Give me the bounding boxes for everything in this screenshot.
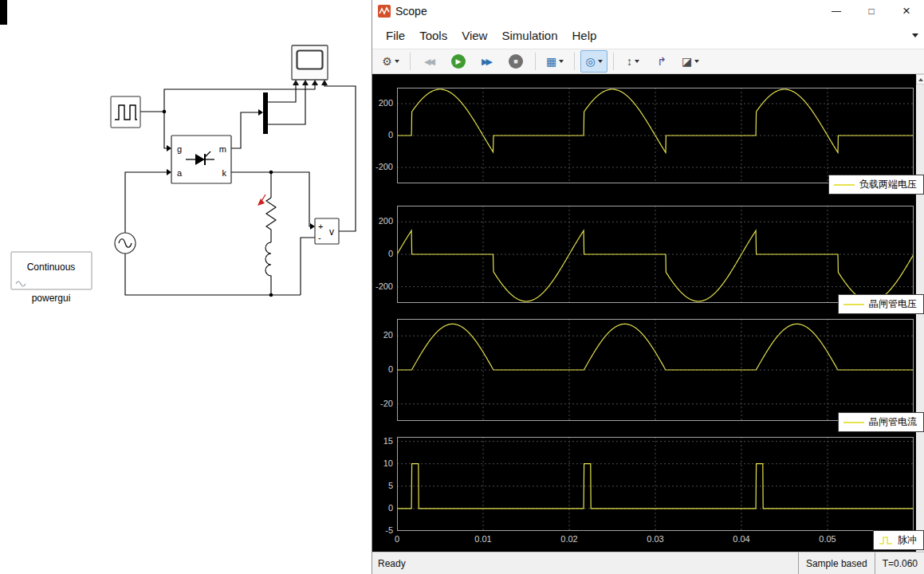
maximize-button[interactable]: □ [854, 0, 889, 22]
wire-vout-to-scope[interactable] [324, 85, 356, 231]
stop-icon: ■ [509, 54, 523, 69]
legend-3[interactable]: 晶闸管电流 [838, 412, 924, 432]
toolbar-separator [410, 53, 411, 70]
simulink-model-canvas[interactable]: g m a k [0, 0, 372, 574]
run-button[interactable]: ▶ [445, 50, 472, 73]
menu-bar: File Tools View Simulation Help [372, 22, 924, 49]
scope-input-ports [293, 80, 328, 85]
trigger-button[interactable]: ◎ [580, 50, 607, 73]
style-button[interactable]: ◪ [677, 50, 704, 73]
wire-m-to-demux[interactable] [231, 112, 258, 148]
status-bar: Ready Sample based T=0.060 [372, 552, 924, 574]
dropdown-caret-icon [395, 60, 399, 63]
stepping-options-button[interactable]: ▦ [541, 50, 568, 73]
legend-line-sample [843, 304, 864, 305]
legend-line-sample [834, 184, 855, 186]
style-swatch-icon: ◪ [682, 56, 692, 67]
measure-arrow-icon: ↱ [657, 56, 666, 67]
play-icon: ▶ [451, 54, 466, 69]
x-tick-label: 0.02 [552, 534, 587, 544]
y-tick-label: 200 [372, 216, 393, 226]
close-button[interactable]: × [889, 0, 924, 22]
signal-wires[interactable] [125, 85, 356, 295]
y-tick-label: 0 [372, 503, 393, 513]
vm-minus-label: - [318, 233, 321, 242]
y-tick-label: 20 [372, 330, 393, 340]
stop-button[interactable]: ■ [502, 50, 529, 73]
stepping-grid-icon: ▦ [546, 56, 556, 67]
measurements-button[interactable]: ↱ [648, 50, 675, 73]
scope-axes-3[interactable] [397, 319, 914, 421]
current-direction-arrowhead-icon [258, 199, 265, 206]
scope-axes-2[interactable] [397, 206, 914, 303]
thyristor-port-label-k: k [222, 168, 227, 178]
settings-button[interactable]: ⚙ [377, 50, 404, 73]
wire-vminus[interactable] [301, 238, 315, 295]
y-tick-label: 10 [372, 458, 393, 468]
legend-4[interactable]: 脉冲 [873, 530, 924, 550]
x-tick-label: 0.03 [638, 534, 673, 544]
toolbar-separator [574, 53, 575, 70]
scroll-up-button[interactable] [916, 74, 924, 85]
x-tick-label: 0.05 [810, 534, 845, 544]
titlebar[interactable]: Scope — □ × [372, 0, 924, 22]
y-tick-label: 0 [372, 130, 393, 140]
thyristor-block[interactable]: g m a k [171, 136, 231, 183]
status-sim-time: T=0.060 [875, 552, 924, 574]
menu-file[interactable]: File [379, 26, 412, 45]
scope-block[interactable] [292, 45, 328, 85]
window-controls: — □ × [819, 0, 924, 22]
pulse-generator-block[interactable] [111, 96, 140, 128]
powergui-block[interactable]: Continuous powergui [11, 252, 92, 304]
span-button[interactable]: ↕ [619, 50, 647, 73]
wire-demux-out2[interactable] [268, 85, 305, 124]
ac-voltage-source-block[interactable] [115, 233, 136, 254]
wire-source-to-anode[interactable] [125, 172, 167, 233]
y-tick-label: 200 [372, 98, 393, 108]
step-forward-button[interactable]: ▶▶ [474, 50, 501, 73]
step-back-icon: ◀◀ [424, 57, 433, 66]
scope-screen-icon [297, 51, 323, 69]
span-vertical-arrows-icon: ↕ [627, 56, 632, 67]
wire-resistor[interactable] [266, 198, 276, 242]
scope-plot-area[interactable]: 2000-200负载两端电压2000-200晶闸管电压200-20晶闸管电流15… [372, 74, 924, 552]
wire-demux-out1[interactable] [268, 85, 296, 102]
model-canvas[interactable]: g m a k [0, 0, 372, 574]
menu-simulation[interactable]: Simulation [494, 26, 564, 45]
legend-label: 负载两端电压 [859, 178, 917, 191]
wire-pulse-to-gate[interactable] [140, 112, 167, 148]
menu-help[interactable]: Help [565, 26, 604, 45]
pulse-legend-icon [879, 536, 893, 545]
status-cells: Sample based T=0.060 [798, 552, 924, 574]
status-sample-mode: Sample based [798, 552, 875, 574]
menu-tools[interactable]: Tools [412, 26, 454, 45]
window-title: Scope [395, 5, 427, 18]
x-tick-label: 0.04 [724, 534, 759, 544]
toolbar-separator [613, 53, 614, 70]
minimize-button[interactable]: — [819, 0, 854, 22]
thyristor-port-label-m: m [219, 144, 226, 154]
step-forward-icon: ▶▶ [482, 57, 490, 66]
step-back-button[interactable]: ◀◀ [416, 50, 443, 73]
menu-view[interactable]: View [454, 26, 494, 45]
menubar-collapse-icon[interactable] [912, 33, 918, 37]
scope-axes-1[interactable] [397, 88, 914, 183]
legend-1[interactable]: 负载两端电压 [828, 175, 924, 195]
demux-block[interactable] [263, 92, 268, 134]
series-rlc-branch-block[interactable] [258, 195, 265, 206]
voltage-measurement-block[interactable]: + - v [315, 218, 339, 244]
trigger-scope-icon: ◎ [585, 56, 595, 67]
wire-pulse-to-scope[interactable] [164, 85, 315, 112]
wire-inductor[interactable] [265, 242, 271, 295]
wire-bottom-rail[interactable] [125, 254, 301, 295]
scope-axes-4[interactable] [397, 437, 914, 531]
dropdown-caret-icon [694, 60, 699, 63]
scope-app-icon [378, 5, 391, 18]
legend-2[interactable]: 晶闸管电压 [838, 294, 924, 314]
arrow-up-icon [918, 78, 923, 81]
legend-label: 晶闸管电压 [869, 297, 917, 311]
y-tick-label: -200 [372, 162, 393, 171]
wire-load-to-vplus[interactable] [271, 172, 310, 226]
legend-label: 脉冲 [898, 533, 917, 547]
legend-label: 晶闸管电流 [869, 415, 917, 429]
